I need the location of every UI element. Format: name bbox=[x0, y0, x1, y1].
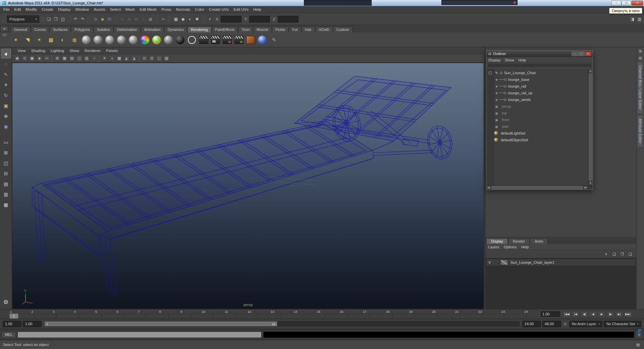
render-globals-icon[interactable] bbox=[199, 35, 209, 45]
new-scene-icon[interactable] bbox=[46, 16, 52, 22]
frame-ticks[interactable] bbox=[12, 314, 529, 319]
status-group-grip[interactable] bbox=[68, 15, 70, 23]
outliner-menu-item[interactable]: Show bbox=[505, 58, 514, 62]
status-group-grip[interactable] bbox=[88, 15, 90, 23]
safe-action-icon[interactable] bbox=[123, 55, 130, 61]
layer-name[interactable]: Sun_Lounge_Chair_layer1 bbox=[509, 260, 554, 264]
lambert-material-icon[interactable] bbox=[81, 35, 91, 45]
animation-start-field[interactable]: 1.00 bbox=[3, 321, 21, 327]
menu-item[interactable]: Proxy bbox=[159, 6, 173, 13]
shelf-menu-icon[interactable]: ≡ bbox=[1, 32, 8, 37]
image-plane-icon[interactable] bbox=[44, 55, 50, 61]
outliner-minimize-button[interactable]: ─ bbox=[572, 52, 578, 56]
command-input-field[interactable] bbox=[17, 332, 262, 338]
bookmark-icon[interactable] bbox=[36, 55, 43, 61]
2d-pan-zoom-icon[interactable] bbox=[54, 55, 60, 61]
shelf-tab[interactable]: Toon bbox=[238, 27, 253, 33]
playback-button[interactable]: ◀ bbox=[589, 311, 597, 317]
layer-visibility-toggle[interactable]: V bbox=[486, 261, 493, 264]
gate-mask-icon[interactable] bbox=[84, 55, 90, 61]
animation-end-field[interactable]: 48.00 bbox=[542, 321, 561, 327]
title-bar[interactable]: Autodesk Maya 2011 x64: D:\1ST\Sun_Loung… bbox=[0, 0, 644, 6]
menu-item[interactable]: Normals bbox=[174, 6, 193, 13]
minimize-button[interactable]: ─ bbox=[611, 1, 621, 5]
outliner-vertical-scrollbar[interactable]: ▲ ▼ bbox=[588, 69, 593, 185]
current-frame-marker[interactable]: 1 bbox=[10, 314, 18, 318]
layout-four-pane-button[interactable] bbox=[1, 148, 11, 157]
textures-icon[interactable] bbox=[116, 55, 122, 61]
outliner-node-label[interactable]: persp bbox=[502, 104, 511, 108]
directional-light-icon[interactable]: ☀ bbox=[34, 35, 44, 45]
outliner-row[interactable]: defaultObjectSet bbox=[486, 137, 588, 143]
auto-keyframe-icon[interactable]: ▾ bbox=[562, 321, 568, 327]
outliner-title-bar[interactable]: Outliner ─ ▢ ✕ bbox=[486, 50, 593, 57]
shadows-icon[interactable] bbox=[109, 55, 115, 61]
outliner-node-label[interactable]: side bbox=[502, 124, 508, 129]
playback-button[interactable]: |▶ bbox=[606, 311, 614, 317]
shelf-tab[interactable]: Fur bbox=[289, 27, 301, 33]
new-empty-layer-icon[interactable] bbox=[611, 251, 618, 257]
outliner-row[interactable]: top bbox=[486, 110, 588, 116]
show-attribute-editor-icon[interactable] bbox=[636, 16, 643, 22]
shelf-tab[interactable]: Subdivs bbox=[94, 27, 113, 33]
shelf-tab[interactable]: Rendering bbox=[187, 27, 211, 33]
film-gate-icon[interactable] bbox=[69, 55, 75, 61]
shelf-tab[interactable]: nCloth bbox=[315, 27, 333, 33]
select-camera-icon[interactable] bbox=[14, 55, 20, 61]
layout-persp-outliner-button[interactable] bbox=[1, 179, 11, 189]
panel-toggle-icon[interactable]: ⊞ bbox=[638, 48, 643, 54]
playback-button[interactable]: ◀| bbox=[580, 311, 588, 317]
render-view-icon[interactable] bbox=[173, 16, 179, 22]
current-time-field[interactable]: 1.00 bbox=[540, 311, 561, 317]
y-coordinate-field[interactable] bbox=[249, 16, 270, 22]
isolate-select-icon[interactable] bbox=[156, 55, 162, 61]
mel-language-button[interactable]: MEL bbox=[2, 332, 16, 338]
x-coordinate-field[interactable] bbox=[221, 16, 241, 22]
new-layer-from-selected-icon[interactable] bbox=[619, 251, 626, 257]
outliner-node-label[interactable]: defaultObjectSet bbox=[501, 138, 528, 142]
safe-title-icon[interactable] bbox=[131, 55, 137, 61]
menu-item[interactable]: Edit Mesh bbox=[137, 6, 159, 13]
outliner-row[interactable]: front bbox=[486, 116, 588, 123]
lock-camera-icon[interactable] bbox=[21, 55, 28, 61]
status-group-grip[interactable] bbox=[202, 15, 205, 23]
outliner-maximize-button[interactable]: ▢ bbox=[578, 52, 585, 56]
layout-single-pane-button[interactable] bbox=[1, 137, 11, 147]
outliner-row[interactable]: defaultLightSet bbox=[486, 130, 588, 137]
select-hierarchy-icon[interactable] bbox=[92, 16, 99, 22]
batch-render-icon[interactable] bbox=[234, 35, 244, 45]
volume-light-icon[interactable]: ◍ bbox=[69, 35, 79, 45]
viewport-menu-item[interactable]: Renderer bbox=[82, 49, 103, 53]
paint-effects-icon[interactable]: ✎ bbox=[269, 35, 279, 45]
use-background-shader-icon[interactable] bbox=[187, 35, 197, 45]
shelf-tab[interactable]: Muscle bbox=[253, 27, 272, 33]
tab-attribute-editor[interactable]: Attribute Editor bbox=[638, 115, 643, 147]
playback-start-field[interactable]: 1.00 bbox=[23, 321, 42, 327]
outliner-close-button[interactable]: ✕ bbox=[585, 52, 591, 56]
outliner-row[interactable]: lounge_rail bbox=[486, 83, 588, 90]
viewport-menu-item[interactable]: Panels bbox=[103, 49, 120, 53]
shelf-tab[interactable]: Polygons bbox=[71, 27, 93, 33]
hotbox-icon[interactable] bbox=[1, 297, 11, 306]
anisotropic-material-icon[interactable] bbox=[128, 35, 138, 45]
status-group-grip[interactable] bbox=[115, 15, 117, 23]
status-group-grip[interactable] bbox=[156, 15, 158, 23]
viewport-menu-item[interactable]: View bbox=[15, 49, 29, 53]
z-coordinate-field[interactable] bbox=[278, 16, 299, 22]
anim-layer-selector[interactable]: No Anim Layer bbox=[569, 321, 602, 327]
outliner-node-label[interactable]: lounge_weels bbox=[508, 98, 531, 102]
open-scene-icon[interactable] bbox=[53, 16, 59, 22]
layer-editor-menu-item[interactable]: Help bbox=[521, 245, 529, 249]
panel-toggle-icon[interactable]: ▤ bbox=[638, 55, 643, 60]
status-group-grip[interactable] bbox=[168, 15, 171, 23]
show-channel-box-icon[interactable] bbox=[629, 16, 636, 22]
time-slider-track[interactable]: 123456789101112131415161718192021222324 … bbox=[0, 309, 538, 318]
shelf-tab[interactable]: General bbox=[11, 27, 31, 33]
shelf-tab[interactable]: Hair bbox=[302, 27, 315, 33]
outliner-horizontal-scrollbar[interactable]: ◀ ▶ bbox=[486, 185, 593, 190]
render-current-frame-icon[interactable] bbox=[180, 16, 186, 22]
area-light-icon[interactable]: ▦ bbox=[46, 35, 56, 45]
shelf-tab[interactable]: Curves bbox=[31, 27, 49, 33]
close-button[interactable]: ✕ bbox=[632, 1, 643, 5]
time-slider[interactable]: 123456789101112131415161718192021222324 … bbox=[0, 309, 644, 318]
